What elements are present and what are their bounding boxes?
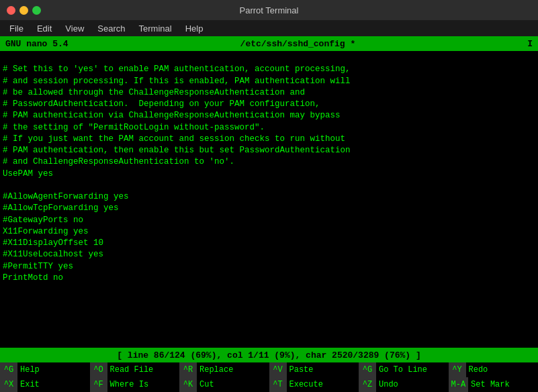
shortcut-label: Set Mark <box>468 380 512 389</box>
shortcut-label: Read File <box>107 365 156 375</box>
shortcut-key: ^F <box>90 377 107 392</box>
shortcut-item[interactable]: M-ASet Mark <box>449 377 539 392</box>
nano-status-top: GNU nano 5.4 /etc/ssh/sshd_config * I <box>0 36 538 51</box>
shortcut-item[interactable]: ^YRedo <box>449 362 539 377</box>
editor-line: #AllowAgentForwarding yes <box>3 191 535 203</box>
menubar: File Edit View Search Terminal Help <box>0 20 538 36</box>
editor-line <box>3 52 535 64</box>
shortcut-key: ^K <box>179 377 197 392</box>
nano-status-bottom: [ line 86/124 (69%), col 1/11 (9%), char… <box>0 348 538 362</box>
editor-line: # Set this to 'yes' to enable PAM authen… <box>3 64 535 75</box>
editor-line: # PAM authentication, then enable this b… <box>3 145 535 156</box>
menu-file[interactable]: File <box>3 22 30 35</box>
editor-line <box>3 180 535 191</box>
editor-area[interactable]: # Set this to 'yes' to enable PAM authen… <box>0 51 538 348</box>
shortcut-label: Execute <box>287 380 326 389</box>
titlebar: Parrot Terminal <box>0 0 538 20</box>
shortcut-key: ^G <box>359 362 376 377</box>
menu-edit[interactable]: Edit <box>30 22 58 35</box>
editor-line: #PermitTTY yes <box>3 261 535 273</box>
shortcut-label: Cut <box>197 380 217 389</box>
main-layout: GNU nano 5.4 /etc/ssh/sshd_config * I # … <box>0 36 538 392</box>
shortcut-item[interactable]: ^RReplace <box>179 362 269 377</box>
window-title: Parrot Terminal <box>240 5 299 15</box>
shortcut-item[interactable]: ^FWhere Is <box>90 377 180 392</box>
nano-line-info: [ line 86/124 (69%), col 1/11 (9%), char… <box>117 350 420 360</box>
shortcut-label: Help <box>17 365 42 375</box>
editor-line: #AllowTcpForwarding yes <box>3 203 535 214</box>
shortcut-item[interactable]: ^ZUndo <box>359 377 449 392</box>
shortcut-item[interactable]: ^GGo To Line <box>359 362 449 377</box>
editor-line: X11Forwarding yes <box>3 226 535 238</box>
editor-line: # PasswordAuthentication. Depending on y… <box>3 99 535 110</box>
nano-filename: /etc/ssh/sshd_config * <box>240 39 356 49</box>
editor-line: # If you just want the PAM account and s… <box>3 134 535 145</box>
shortcut-bar-2: ^XExit^FWhere Is^KCut^TExecute^ZUndoM-AS… <box>0 377 538 392</box>
editor-line: # and ChallengeResponseAuthentication to… <box>3 156 535 168</box>
shortcut-key: M-A <box>449 377 469 392</box>
maximize-button[interactable] <box>32 6 41 15</box>
shortcut-key: ^R <box>179 362 197 377</box>
editor-line: #X11UseLocalhost yes <box>3 249 535 260</box>
shortcut-item[interactable]: ^GHelp <box>0 362 90 377</box>
shortcut-key: ^T <box>269 377 287 392</box>
editor-line: UsePAM yes <box>3 168 535 180</box>
minimize-button[interactable] <box>19 6 28 15</box>
shortcut-label: Paste <box>287 365 316 375</box>
shortcut-item[interactable]: ^TExecute <box>269 377 359 392</box>
shortcut-label: Undo <box>376 380 401 389</box>
shortcut-key: ^V <box>269 362 287 377</box>
shortcut-key: ^Z <box>359 377 376 392</box>
editor-line: # be allowed through the ChallengeRespon… <box>3 87 535 99</box>
shortcut-key: ^G <box>0 362 17 377</box>
shortcut-key: ^O <box>90 362 107 377</box>
editor-line: # the setting of "PermitRootLogin withou… <box>3 122 535 134</box>
editor-line: #GatewayPorts no <box>3 215 535 226</box>
menu-help[interactable]: Help <box>179 22 210 35</box>
shortcut-item[interactable]: ^XExit <box>0 377 90 392</box>
shortcut-bar-1: ^GHelp^ORead File^RReplace^VPaste^GGo To… <box>0 362 538 377</box>
editor-line: # PAM authentication via ChallengeRespon… <box>3 110 535 121</box>
editor-line: PrintMotd no <box>3 273 535 284</box>
menu-terminal[interactable]: Terminal <box>132 22 179 35</box>
close-button[interactable] <box>7 6 15 15</box>
shortcut-item[interactable]: ^KCut <box>179 377 269 392</box>
nano-cursor-indicator: I <box>527 39 533 49</box>
shortcut-label: Redo <box>466 365 491 375</box>
shortcut-label: Go To Line <box>376 365 430 375</box>
window-controls <box>7 6 41 15</box>
shortcut-label: Exit <box>17 380 42 389</box>
menu-search[interactable]: Search <box>91 22 132 35</box>
nano-version: GNU nano 5.4 <box>5 39 69 49</box>
shortcut-item[interactable]: ^ORead File <box>90 362 180 377</box>
editor-line: # and session processing. If this is ena… <box>3 76 535 87</box>
shortcut-key: ^Y <box>449 362 466 377</box>
shortcut-item[interactable]: ^VPaste <box>269 362 359 377</box>
menu-view[interactable]: View <box>58 22 91 35</box>
shortcut-label: Replace <box>197 365 236 375</box>
shortcut-key: ^X <box>0 377 17 392</box>
editor-content[interactable]: # Set this to 'yes' to enable PAM authen… <box>0 51 538 285</box>
editor-line: #X11DisplayOffset 10 <box>3 238 535 249</box>
shortcut-label: Where Is <box>107 380 152 389</box>
